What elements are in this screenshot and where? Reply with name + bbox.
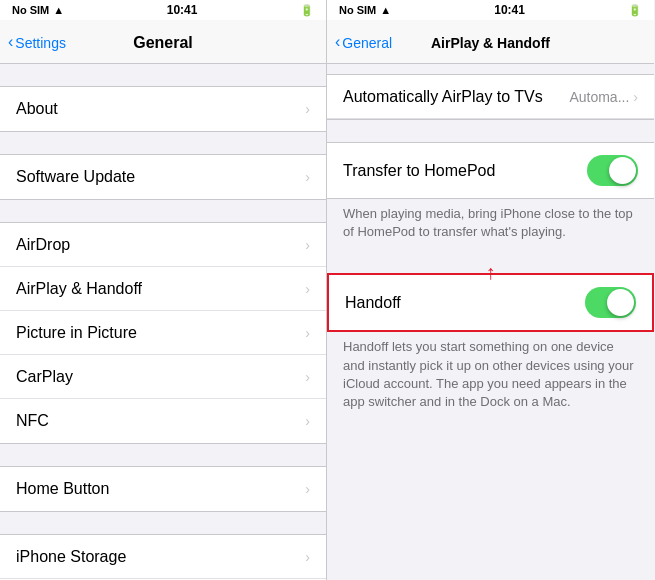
time-right: 10:41 [494,3,525,17]
chevron-airplay: › [305,281,310,297]
row-about-right: › [305,101,310,117]
handoff-section-wrapper: ↑ Handoff [327,273,654,332]
right-panel: No SIM ▲ 10:41 🔋 ‹ General AirPlay & Han… [327,0,654,580]
battery-icon-right: 🔋 [628,4,642,17]
carrier-left: No SIM [12,4,49,16]
chevron-auto-airplay: › [633,89,638,105]
nav-title-left: General [133,34,193,52]
handoff-label: Handoff [345,294,401,312]
settings-list: About › Software Update › AirDrop › Ai [0,64,326,580]
chevron-home: › [305,481,310,497]
wifi-icon-left: ▲ [53,4,64,16]
status-right-right: 🔋 [628,4,642,17]
toggle-transfer-homepod[interactable] [587,155,638,186]
toggle-thumb-homepod [609,157,636,184]
chevron-airdrop: › [305,237,310,253]
nav-bar-left: ‹ Settings General [0,20,326,64]
row-home-button-label: Home Button [16,480,109,498]
status-bar-left: No SIM ▲ 10:41 🔋 [0,0,326,20]
row-picture-in-picture[interactable]: Picture in Picture › [0,311,326,355]
row-airplay-handoff[interactable]: AirPlay & Handoff › [0,267,326,311]
toggle-thumb-handoff [607,289,634,316]
toggle-handoff[interactable] [585,287,636,318]
back-chevron-left: ‹ [8,34,13,50]
back-label-left: Settings [15,35,66,51]
settings-group-2: Software Update › [0,154,326,200]
row-airdrop-label: AirDrop [16,236,70,254]
nav-bar-right: ‹ General AirPlay & Handoff [327,20,654,64]
back-label-right: General [342,35,392,51]
settings-group-1: About › [0,86,326,132]
red-arrow-icon: ↑ [486,261,496,284]
auto-airplay-value: Automa... [569,89,629,105]
settings-group-5: iPhone Storage › Background App Refresh … [0,534,326,580]
chevron-nfc: › [305,413,310,429]
left-panel: No SIM ▲ 10:41 🔋 ‹ Settings General Abou… [0,0,327,580]
chevron-pip: › [305,325,310,341]
status-right-left: 🔋 [300,4,314,17]
row-software-update-label: Software Update [16,168,135,186]
row-about-label: About [16,100,58,118]
status-bar-right: No SIM ▲ 10:41 🔋 [327,0,654,20]
row-auto-airplay[interactable]: Automatically AirPlay to TVs Automa... › [327,75,654,119]
status-left-right: No SIM ▲ [339,4,391,16]
homepod-group: Transfer to HomePod [327,142,654,199]
row-airdrop[interactable]: AirDrop › [0,223,326,267]
settings-group-3: AirDrop › AirPlay & Handoff › Picture in… [0,222,326,444]
settings-group-4: Home Button › [0,466,326,512]
status-left: No SIM ▲ [12,4,64,16]
back-chevron-right: ‹ [335,34,340,50]
row-software-update[interactable]: Software Update › [0,155,326,199]
row-iphone-storage[interactable]: iPhone Storage › [0,535,326,579]
row-home-button[interactable]: Home Button › [0,467,326,511]
homepod-description: When playing media, bring iPhone close t… [327,199,654,251]
wifi-icon-right: ▲ [380,4,391,16]
row-nfc[interactable]: NFC › [0,399,326,443]
back-button-left[interactable]: ‹ Settings [8,35,66,51]
battery-icon-left: 🔋 [300,4,314,17]
chevron-storage: › [305,549,310,565]
carrier-right: No SIM [339,4,376,16]
auto-airplay-label: Automatically AirPlay to TVs [343,88,543,106]
chevron-about: › [305,101,310,117]
auto-airplay-right: Automa... › [569,89,638,105]
row-carplay[interactable]: CarPlay › [0,355,326,399]
airplay-group: Automatically AirPlay to TVs Automa... › [327,74,654,120]
chevron-carplay: › [305,369,310,385]
right-settings-content: Automatically AirPlay to TVs Automa... ›… [327,64,654,580]
row-pip-label: Picture in Picture [16,324,137,342]
chevron-software-update: › [305,169,310,185]
row-iphone-storage-label: iPhone Storage [16,548,126,566]
spacer-1 [327,120,654,142]
time-left: 10:41 [167,3,198,17]
transfer-homepod-label: Transfer to HomePod [343,162,495,180]
handoff-description: Handoff lets you start something on one … [327,332,654,421]
row-carplay-label: CarPlay [16,368,73,386]
row-nfc-label: NFC [16,412,49,430]
row-airplay-handoff-label: AirPlay & Handoff [16,280,142,298]
row-software-update-right: › [305,169,310,185]
back-button-right[interactable]: ‹ General [335,35,392,51]
row-transfer-homepod: Transfer to HomePod [327,143,654,198]
row-about[interactable]: About › [0,87,326,131]
nav-title-right: AirPlay & Handoff [431,35,550,51]
